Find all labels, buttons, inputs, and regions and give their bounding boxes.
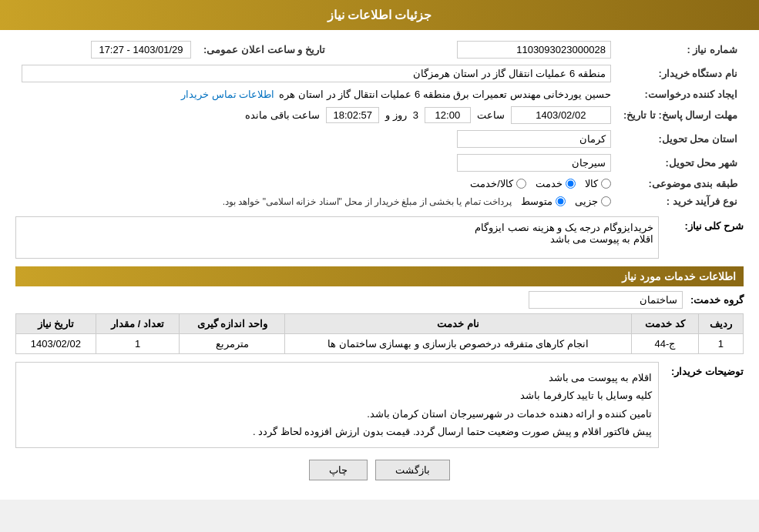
requester-text: حسین یوردخانی مهندس تعمیرات برق منطقه 6 … [279,89,611,100]
deadline-time-label: ساعت [477,109,505,121]
type-jozii: جزیی [575,196,611,207]
request-number-label: شماره نیاز : [617,38,744,62]
purchase-type-label: نوع فرآیند خرید : [617,192,744,210]
requester-label: ایجاد کننده درخواست: [617,85,744,103]
page-title: جزئیات اطلاعات نیاز [327,8,432,22]
city-value: سیرجان [15,151,617,175]
table-row: 1 ج-44 انجام کارهای متفرقه درخصوص بازساز… [16,334,744,354]
label-jozii: جزیی [575,196,598,207]
countdown-value: 18:02:57 [326,107,379,123]
radio-khadamat[interactable] [566,179,576,189]
deadline-date: 1403/02/02 [511,106,611,124]
main-info-table: شماره نیاز : 1103093023000028 تاریخ و سا… [15,38,744,210]
deadline-time: 12:00 [425,107,471,123]
content-area: شماره نیاز : 1103093023000028 تاریخ و سا… [0,30,759,500]
radio-motevaset[interactable] [556,196,566,206]
notes-line1: اقلام به پیوست می باشد [22,369,652,386]
announce-date-box: 1403/01/29 - 17:27 [91,41,191,59]
purchase-type-options: جزیی متوسط پرداخت تمام یا بخشی از مبلغ خ… [15,192,617,210]
row-deadline: مهلت ارسال پاسخ: تا تاریخ: 1403/02/02 سا… [15,103,744,127]
service-group-row: گروه خدمت: ساختمان [15,291,744,309]
request-number-box: 1103093023000028 [457,41,611,59]
cell-name: انجام کارهای متفرقه درخصوص بازسازی و بهس… [285,334,632,354]
announce-value: 1403/01/29 - 17:27 [15,38,197,62]
deadline-days: 3 [413,109,418,121]
deadline-row: 1403/02/02 ساعت 12:00 3 روز و 18:02:57 س… [15,103,617,127]
services-section-title: اطلاعات خدمات مورد نیاز [15,266,744,286]
page-header: جزئیات اطلاعات نیاز [0,0,759,30]
description-line1: خریدایزوگام درجه یک و هزینه نصب ایزوگام [21,222,653,233]
cell-row: 1 [698,334,743,354]
category-kala: کالا [585,178,611,189]
requester-value: حسین یوردخانی مهندس تعمیرات برق منطقه 6 … [15,85,617,103]
notes-line4: پیش فاکتور اقلام و پیش صورت وضعیت حتما ا… [22,423,652,440]
category-kala-khadamat: کالا/خدمت [470,178,526,189]
back-button[interactable]: بازگشت [375,460,450,480]
radio-jozii[interactable] [601,196,611,206]
col-quantity: تعداد / مقدار [96,314,180,334]
category-label: طبقه بندی موضوعی: [617,175,744,192]
col-date: تاریخ نیاز [16,314,96,334]
purchase-type-note: پرداخت تمام یا بخشی از مبلغ خریدار از مح… [223,196,512,207]
deadline-day-label: روز و [385,109,407,121]
notes-line3: تامین کننده و ارائه دهنده خدمات در شهرسی… [22,405,652,423]
description-line2: اقلام به پیوست می باشد [21,233,653,245]
description-label: شرح کلی نیاز: [667,216,744,232]
row-buyer-org: نام دستگاه خریدار: منطقه 6 عملیات انتقال… [15,62,744,85]
notes-label: توضیحات خریدار: [667,362,744,377]
province-box: کرمان [457,130,611,148]
province-label: استان محل تحویل: [617,127,744,151]
label-kala: کالا [585,178,598,189]
notes-line2: کلیه وسایل با تایید کارفرما باشد [22,386,652,404]
notes-section: توضیحات خریدار: اقلام به پیوست می باشد ک… [15,362,744,448]
province-value: کرمان [15,127,617,151]
cell-quantity: 1 [96,334,180,354]
buttons-row: بازگشت چاپ [15,460,744,480]
col-code: کد خدمت [632,314,699,334]
cell-unit: مترمربع [180,334,285,354]
radio-kala[interactable] [601,179,611,189]
buyer-org-box: منطقه 6 عملیات انتقال گاز در استان هرمزگ… [22,65,611,82]
page-wrapper: جزئیات اطلاعات نیاز شماره نیاز : 1103093… [0,0,759,500]
service-group-value: ساختمان [529,291,683,309]
row-requester: ایجاد کننده درخواست: حسین یوردخانی مهندس… [15,85,744,103]
label-motevaset: متوسط [521,196,552,207]
services-table: ردیف کد خدمت نام خدمت واحد اندازه گیری ت… [15,313,744,354]
col-name: نام خدمت [285,314,632,334]
cell-code: ج-44 [632,334,699,354]
notes-box: اقلام به پیوست می باشد کلیه وسایل با تای… [15,362,659,448]
cell-date: 1403/02/02 [16,334,96,354]
row-request-number: شماره نیاز : 1103093023000028 تاریخ و سا… [15,38,744,62]
row-province: استان محل تحویل: کرمان [15,127,744,151]
announce-label: تاریخ و ساعت اعلان عمومی: [197,38,348,62]
city-box: سیرجان [457,154,611,172]
print-button[interactable]: چاپ [309,460,368,480]
request-number-value: 1103093023000028 [348,38,617,62]
deadline-label: مهلت ارسال پاسخ: تا تاریخ: [617,103,744,127]
buyer-org-value: منطقه 6 عملیات انتقال گاز در استان هرمزگ… [15,62,617,85]
label-kala-khadamat: کالا/خدمت [470,178,513,189]
col-row: ردیف [698,314,743,334]
radio-kala-khadamat[interactable] [516,179,526,189]
row-category: طبقه بندی موضوعی: کالا خدمت [15,175,744,192]
col-unit: واحد اندازه گیری [180,314,285,334]
city-label: شهر محل تحویل: [617,151,744,175]
requester-link[interactable]: اطلاعات تماس خریدار [181,89,274,100]
buyer-org-label: نام دستگاه خریدار: [617,62,744,85]
description-box: خریدایزوگام درجه یک و هزینه نصب ایزوگام … [15,216,659,259]
category-khadamat: خدمت [536,178,576,189]
category-options: کالا خدمت کالا/خدمت [15,175,617,192]
row-purchase-type: نوع فرآیند خرید : جزیی متوسط پرداخت تمام… [15,192,744,210]
type-motevaset: متوسط [521,196,566,207]
description-section: شرح کلی نیاز: خریدایزوگام درجه یک و هزین… [15,216,744,259]
row-city: شهر محل تحویل: سیرجان [15,151,744,175]
service-group-label: گروه خدمت: [690,294,744,306]
table-header-row: ردیف کد خدمت نام خدمت واحد اندازه گیری ت… [16,314,744,334]
countdown-label: ساعت باقی مانده [245,109,320,121]
label-khadamat: خدمت [536,178,563,189]
